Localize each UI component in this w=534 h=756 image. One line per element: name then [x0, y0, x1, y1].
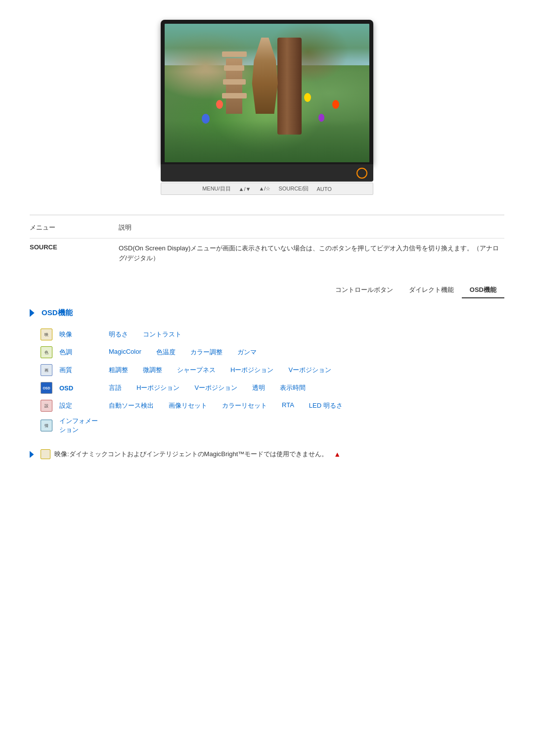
osd-sub-hpos[interactable]: Hーポジション [136, 383, 179, 392]
gashitsu-sub-arasei[interactable]: 粗調整 [109, 366, 128, 375]
tab-osd-functions[interactable]: OSD機能 [462, 283, 504, 298]
monitor-bottom [161, 164, 373, 182]
nav-tabs: コントロールボタン ダイレクト機能 OSD機能 [30, 283, 504, 298]
table-header-desc: 説明 [119, 223, 132, 232]
monitor-frame [161, 20, 373, 164]
osd-sub-vpos[interactable]: Vーポジション [194, 383, 237, 392]
sitcho-menu-link[interactable]: 色調 [59, 348, 109, 357]
sitcho-sub-gamma[interactable]: ガンマ [237, 348, 257, 357]
osd-row-eizo: 映 映像 明るさ コントラスト [40, 328, 504, 341]
sitcho-sub-irotemp[interactable]: 色温度 [156, 348, 176, 357]
osd-menu-link[interactable]: OSD [59, 384, 109, 392]
auto-button-label[interactable]: AUTO [317, 186, 332, 192]
note-text: 映像:ダイナミックコントおよびインテリジェントのMagicBright™モードで… [54, 450, 328, 459]
sitcho-sub-magiccolor[interactable]: MagicColor [109, 348, 141, 357]
eizo-sub-contrast[interactable]: コントラスト [143, 330, 181, 339]
table-section: メニュー 説明 SOURCE OSD(On Screen Display)メニュ… [30, 215, 504, 268]
tab-direct-functions[interactable]: ダイレクト機能 [401, 283, 462, 298]
osd-row-gashitsu: 画 画質 粗調整 微調整 シャープネス Hーポジション Vーポジション [40, 363, 504, 377]
settei-icon-box: 設 [41, 400, 52, 412]
eizo-menu-link[interactable]: 映像 [59, 330, 109, 339]
osd-row-settei: 設 設定 自動ソース検出 画像リセット カラーリセット RTA LED 明るさ [40, 399, 504, 413]
osd-row-osd: OSD OSD 言語 Hーポジション Vーポジション 透明 表示時間 [40, 381, 504, 395]
osd-title: OSD機能 [30, 308, 504, 318]
info-menu-link[interactable]: インフォメーション [59, 417, 109, 434]
sitcho-icon-box: 色 [41, 346, 52, 358]
gashitsu-sub-sharpness[interactable]: シャープネス [177, 366, 216, 375]
osd-row-sitcho: 色 色調 MagicColor 色温度 カラー調整 ガンマ [40, 345, 504, 359]
menu-button-label[interactable]: MENU/目目 [202, 185, 230, 192]
table-header-row: メニュー 説明 [30, 223, 504, 232]
source-desc: OSD(On Screen Display)メニューが画面に表示されていない場合… [119, 243, 504, 263]
info-icon-box: 情 [41, 420, 52, 431]
settei-sub-colorreset[interactable]: カラーリセット [222, 401, 267, 410]
gashitsu-icon-box: 画 [41, 364, 52, 376]
osd-grid: 映 映像 明るさ コントラスト 色 色調 MagicColor 色温度 カラー調… [40, 328, 504, 434]
settei-icon: 設 [40, 399, 53, 413]
settei-menu-link[interactable]: 設定 [59, 401, 109, 410]
osd-title-arrow-icon [30, 309, 38, 317]
sitcho-sub-coloradj[interactable]: カラー調整 [190, 348, 222, 357]
gashitsu-sub-hpos[interactable]: Hーポジション [230, 366, 273, 375]
osd-sub-tomei[interactable]: 透明 [252, 383, 265, 392]
note-arrow-icon [30, 451, 37, 458]
settei-sub-led[interactable]: LED 明るさ [309, 401, 343, 410]
gashitsu-sub-items: 粗調整 微調整 シャープネス Hーポジション Vーポジション [109, 366, 504, 375]
settei-sub-items: 自動ソース検出 画像リセット カラーリセット RTA LED 明るさ [109, 401, 504, 410]
source-button-label[interactable]: SOURCE/回 [278, 185, 309, 192]
monitor-screen [165, 24, 369, 162]
monitor-section: MENU/目目 ▲/▼ ▲/☆ SOURCE/回 AUTO [30, 20, 504, 195]
tab-control-buttons[interactable]: コントロールボタン [327, 283, 401, 298]
info-icon: 情 [40, 419, 53, 432]
osd-sub-items: 言語 Hーポジション Vーポジション 透明 表示時間 [109, 383, 504, 392]
eizo-icon: 映 [40, 328, 53, 341]
note-section: 映像:ダイナミックコントおよびインテリジェントのMagicBright™モードで… [30, 449, 504, 459]
gashitsu-sub-bisei[interactable]: 微調整 [143, 366, 162, 375]
monitor-controls: MENU/目目 ▲/▼ ▲/☆ SOURCE/回 AUTO [161, 183, 373, 195]
sitcho-icon: 色 [40, 345, 53, 359]
settei-sub-rta[interactable]: RTA [282, 401, 294, 410]
adjust-button-label[interactable]: ▲/☆ [259, 186, 270, 192]
brightness-button-label[interactable]: ▲/▼ [239, 186, 251, 192]
eizo-sub-akarusa[interactable]: 明るさ [109, 330, 128, 339]
osd-section: OSD機能 映 映像 明るさ コントラスト 色 色調 [30, 308, 504, 434]
gashitsu-sub-vpos[interactable]: Vーポジション [288, 366, 331, 375]
sitcho-sub-items: MagicColor 色温度 カラー調整 ガンマ [109, 348, 504, 357]
note-eizo-icon [41, 449, 50, 459]
monitor-wrapper: MENU/目目 ▲/▼ ▲/☆ SOURCE/回 AUTO [161, 20, 373, 195]
gashitsu-menu-link[interactable]: 画質 [59, 366, 109, 375]
osd-title-text: OSD機能 [42, 308, 73, 318]
osd-icon-box: OSD [41, 382, 52, 394]
settei-sub-reset[interactable]: 画像リセット [169, 401, 207, 410]
note-warning-symbol: ▲ [334, 450, 341, 458]
table-header-menu: メニュー [30, 223, 119, 232]
osd-sub-jikan[interactable]: 表示時間 [280, 383, 306, 392]
eizo-icon-box: 映 [41, 329, 52, 340]
power-button[interactable] [356, 168, 367, 179]
table-row: SOURCE OSD(On Screen Display)メニューが画面に表示さ… [30, 238, 504, 268]
osd-sub-gengo[interactable]: 言語 [109, 383, 122, 392]
settei-sub-auto[interactable]: 自動ソース検出 [109, 401, 154, 410]
osd-row-info: 情 インフォメーション [40, 417, 504, 434]
source-menu-label: SOURCE [30, 243, 119, 251]
eizo-sub-items: 明るさ コントラスト [109, 330, 504, 339]
gashitsu-icon: 画 [40, 363, 53, 377]
osd-menu-icon: OSD [40, 381, 53, 395]
